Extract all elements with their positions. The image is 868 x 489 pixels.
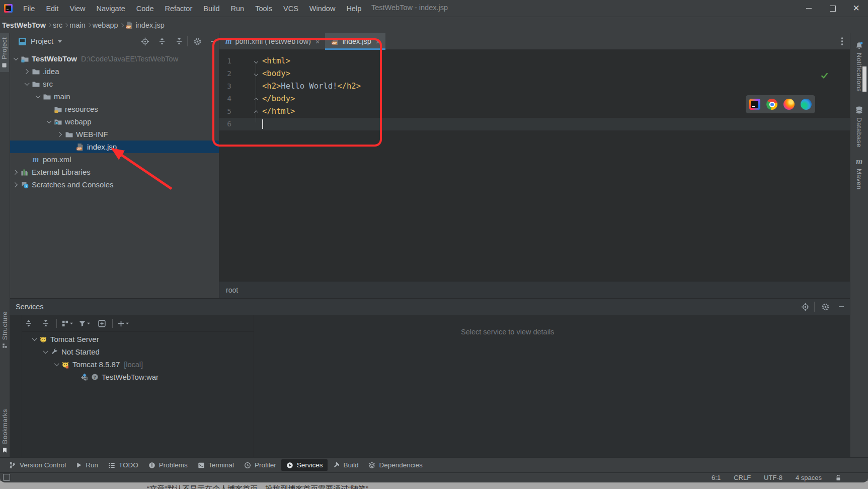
project-panel-title[interactable]: Project: [31, 37, 53, 45]
group-by-icon[interactable]: [61, 317, 74, 329]
menu-navigate[interactable]: Navigate: [91, 5, 131, 13]
tab-pomxml[interactable]: m pom.xml (TestWebTow) ×: [219, 33, 325, 49]
chevron-expanded-icon[interactable]: [30, 335, 38, 343]
tab-indexjsp[interactable]: JSP index.jsp ×: [325, 33, 385, 49]
tree-row-webapp[interactable]: webapp: [10, 115, 219, 128]
menu-vcs[interactable]: VCS: [278, 5, 304, 13]
tree-row-idea[interactable]: .idea: [10, 65, 219, 78]
inspections-ok-icon[interactable]: [820, 71, 829, 80]
tree-row-resources[interactable]: resources: [10, 103, 219, 115]
toolbar-tab-services[interactable]: Services: [281, 459, 328, 471]
tree-row-main[interactable]: main: [10, 90, 219, 103]
branch-icon: [9, 461, 16, 469]
chevron-collapsed-icon[interactable]: [11, 168, 20, 176]
hide-panel-icon[interactable]: [835, 301, 847, 313]
edge-icon[interactable]: [801, 99, 812, 110]
chevron-expanded-icon[interactable]: [44, 118, 53, 126]
close-tab-icon[interactable]: ×: [315, 37, 320, 46]
stripe-tab-project[interactable]: Project: [0, 33, 9, 72]
menu-window[interactable]: Window: [304, 5, 341, 13]
menu-file[interactable]: File: [18, 5, 40, 13]
maximize-button[interactable]: [821, 0, 844, 17]
tool-window-switcher-icon[interactable]: [3, 474, 10, 481]
chevron-expanded-icon[interactable]: [11, 55, 20, 63]
minimize-button[interactable]: [797, 0, 821, 17]
crumb-project[interactable]: TestWebTow: [2, 21, 46, 29]
hide-panel-icon[interactable]: [207, 35, 219, 47]
firefox-icon[interactable]: [783, 99, 795, 110]
stripe-tab-database[interactable]: Database: [850, 106, 868, 148]
idea-browser-icon[interactable]: [749, 99, 760, 110]
menu-edit[interactable]: Edit: [40, 5, 64, 13]
chevron-collapsed-icon[interactable]: [11, 181, 20, 189]
locate-file-icon[interactable]: [139, 35, 151, 47]
toolbar-tab-todo[interactable]: TODO: [103, 459, 143, 471]
close-tab-icon[interactable]: ×: [376, 37, 380, 46]
tree-row-testwebtow[interactable]: TestWebTow D:\Code\JavaEE\TestWebTow: [10, 52, 219, 65]
line-separator[interactable]: CRLF: [734, 474, 751, 481]
tree-row-src[interactable]: src: [10, 78, 219, 90]
tree-row-pomxml[interactable]: m pom.xml: [10, 153, 219, 166]
chevron-expanded-icon[interactable]: [52, 361, 60, 369]
crumb-webapp[interactable]: webapp: [93, 21, 118, 29]
collapse-all-icon[interactable]: [39, 317, 52, 329]
chevron-expanded-icon[interactable]: [33, 93, 42, 101]
tree-row-war-artifact[interactable]: ? TestWebTow:war: [22, 371, 254, 383]
tree-row-scratches[interactable]: Scratches and Consoles: [10, 178, 219, 191]
options-gear-icon[interactable]: [819, 301, 831, 313]
chevron-expanded-icon[interactable]: [41, 348, 49, 356]
toolbar-tab-profiler[interactable]: Profiler: [239, 459, 281, 471]
tree-row-external-libraries[interactable]: External Libraries: [10, 166, 219, 178]
close-button[interactable]: ✕: [844, 0, 868, 17]
tab-options-kebab-icon[interactable]: [841, 37, 843, 45]
toolbar-tab-version-control[interactable]: Version Control: [4, 459, 71, 471]
code-editor[interactable]: 1 2 3 4 5 6 <html> <body> <h2>Hello Worl…: [219, 50, 850, 282]
fold-marker[interactable]: [253, 58, 259, 64]
tree-row-tomcat-server[interactable]: Tomcat Server: [22, 333, 254, 345]
toolbar-tab-terminal[interactable]: Terminal: [193, 459, 239, 471]
expand-all-icon[interactable]: [22, 317, 35, 329]
fold-marker[interactable]: [253, 71, 259, 77]
toolbar-tab-build[interactable]: Build: [328, 459, 363, 471]
chevron-down-icon[interactable]: [58, 40, 62, 43]
chevron-expanded-icon[interactable]: [22, 80, 31, 88]
menu-refactor[interactable]: Refactor: [159, 5, 198, 13]
tree-row-indexjsp[interactable]: JSP index.jsp: [10, 141, 219, 153]
crumb-file[interactable]: JSP index.jsp: [125, 21, 165, 29]
file-encoding[interactable]: UTF-8: [764, 474, 782, 481]
menu-run[interactable]: Run: [225, 5, 250, 13]
toolbar-tab-dependencies[interactable]: Dependencies: [363, 459, 427, 471]
chevron-collapsed-icon[interactable]: [22, 67, 31, 76]
stripe-tab-structure[interactable]: Structure: [0, 311, 10, 348]
fold-marker[interactable]: [253, 109, 259, 114]
indent-setting[interactable]: 4 spaces: [796, 474, 822, 481]
menu-help[interactable]: Help: [341, 5, 367, 13]
caret-position[interactable]: 6:1: [712, 474, 721, 481]
menu-view[interactable]: View: [64, 5, 91, 13]
tree-row-webinf[interactable]: WEB-INF: [10, 128, 219, 141]
tree-row-tomcat-local[interactable]: Tomcat 8.5.87 [local]: [22, 358, 254, 371]
add-service-frame-icon[interactable]: [95, 317, 108, 329]
locate-icon[interactable]: [799, 301, 811, 313]
toolbar-tab-run[interactable]: Run: [71, 459, 103, 471]
menu-code[interactable]: Code: [131, 5, 160, 13]
crumb-src[interactable]: src: [53, 21, 62, 29]
fold-marker[interactable]: [253, 96, 259, 102]
filter-icon[interactable]: [78, 317, 91, 329]
menu-build[interactable]: Build: [198, 5, 225, 13]
collapse-all-icon[interactable]: [173, 35, 185, 47]
toolbar-tab-problems[interactable]: Problems: [143, 459, 193, 471]
tree-row-not-started[interactable]: Not Started: [22, 345, 254, 358]
chevron-collapsed-icon[interactable]: [55, 130, 64, 138]
services-title[interactable]: Services: [16, 303, 44, 311]
breadcrumb-root[interactable]: root: [226, 286, 238, 294]
chrome-icon[interactable]: [766, 99, 777, 110]
options-gear-icon[interactable]: [191, 35, 203, 47]
unlocked-icon[interactable]: [835, 474, 842, 481]
menu-tools[interactable]: Tools: [250, 5, 278, 13]
stripe-tab-bookmarks[interactable]: Bookmarks: [0, 409, 10, 453]
expand-all-icon[interactable]: [156, 35, 168, 47]
crumb-main[interactable]: main: [69, 21, 85, 29]
add-icon[interactable]: [117, 317, 130, 329]
stripe-tab-maven[interactable]: m Maven: [850, 157, 868, 190]
